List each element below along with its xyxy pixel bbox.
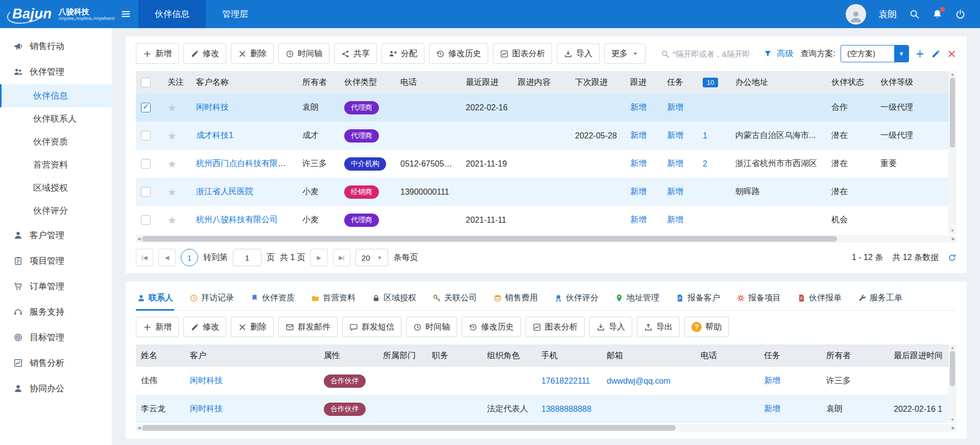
bell-icon[interactable] bbox=[932, 9, 943, 19]
sidebar-subitem-1-5[interactable]: 伙伴评分 bbox=[0, 199, 112, 222]
dt-toolbar-button-10[interactable]: ?帮助 bbox=[684, 317, 729, 337]
scroll-right-icon[interactable]: ▶ bbox=[952, 426, 955, 430]
contact-row-1[interactable]: 李云龙闲时科技合作伙伴法定代表人13888888888新增袁朗2022-02-1… bbox=[136, 395, 948, 423]
star-icon[interactable]: ★ bbox=[168, 102, 177, 113]
follow-add-link[interactable]: 新增 bbox=[630, 215, 647, 224]
task-add-link[interactable]: 新增 bbox=[667, 103, 683, 111]
follow-add-link[interactable]: 新增 bbox=[630, 103, 647, 111]
main-toolbar-button-6[interactable]: 修改历史 bbox=[429, 43, 488, 64]
main-toolbar-button-7[interactable]: 图表分析 bbox=[493, 43, 552, 64]
column-header-4[interactable]: 电话 bbox=[395, 71, 461, 93]
column-header-9[interactable]: 任务 bbox=[662, 71, 698, 93]
prev-page-button[interactable]: ◀ bbox=[158, 249, 176, 266]
sidebar-subitem-1-0[interactable]: 伙伴信息 bbox=[0, 84, 112, 107]
column-header-6[interactable]: 跟进内容 bbox=[513, 71, 570, 93]
star-icon[interactable]: ★ bbox=[168, 215, 177, 226]
main-toolbar-button-9[interactable]: 更多 bbox=[604, 43, 646, 64]
detail-tab-5[interactable]: 关联公司 bbox=[432, 289, 478, 311]
column-header-1[interactable]: 客户 bbox=[185, 344, 319, 367]
search-icon[interactable] bbox=[909, 9, 920, 19]
column-header-0[interactable]: 姓名 bbox=[136, 344, 185, 367]
dt-toolbar-button-2[interactable]: 删除 bbox=[231, 317, 274, 337]
column-header-8[interactable]: 跟进 bbox=[625, 71, 662, 93]
column-header-10[interactable]: 所有者 bbox=[821, 344, 889, 367]
partner-row-1[interactable]: ★成才科技1成才代理商2022-05-28新增新增1内蒙古自治区乌海市...潜在… bbox=[136, 122, 948, 150]
search-input[interactable] bbox=[673, 50, 760, 58]
column-header-8[interactable]: 电话 bbox=[696, 344, 759, 367]
column-header-11[interactable]: 最后跟进时间 bbox=[889, 344, 948, 367]
hamburger-menu-icon[interactable] bbox=[121, 9, 131, 19]
row-checkbox[interactable] bbox=[141, 187, 151, 197]
column-header-4[interactable]: 职务 bbox=[427, 344, 482, 367]
row-checkbox[interactable] bbox=[141, 215, 151, 225]
scroll-right-icon[interactable]: ▶ bbox=[952, 237, 955, 241]
customer-name-link[interactable]: 闲时科技 bbox=[196, 103, 229, 111]
vertical-scrollbar[interactable]: ▲ ▼ bbox=[948, 344, 957, 423]
task-add-link[interactable]: 新增 bbox=[667, 187, 683, 196]
row-checkbox[interactable] bbox=[141, 131, 151, 140]
scroll-up-icon[interactable]: ▲ bbox=[950, 345, 954, 350]
detail-tab-6[interactable]: 销售费用 bbox=[492, 289, 539, 311]
column-header-3[interactable]: 伙伴类型 bbox=[339, 71, 395, 93]
topnav-tab-0[interactable]: 伙伴信息 bbox=[138, 0, 206, 28]
follow-add-link[interactable]: 新增 bbox=[630, 159, 647, 168]
dt-toolbar-button-1[interactable]: 修改 bbox=[183, 317, 226, 337]
main-toolbar-button-2[interactable]: 删除 bbox=[231, 43, 274, 64]
main-toolbar-button-8[interactable]: 导入 bbox=[557, 43, 600, 64]
current-page-indicator[interactable]: 1 bbox=[181, 249, 198, 266]
task-add-link[interactable]: 新增 bbox=[667, 159, 683, 168]
first-page-button[interactable]: |◀ bbox=[136, 249, 153, 266]
column-header-6[interactable]: 手机 bbox=[536, 344, 602, 367]
row-checkbox[interactable] bbox=[141, 103, 151, 112]
sidebar-item-8[interactable]: 协同办公 bbox=[0, 376, 112, 401]
column-header-9[interactable]: 任务 bbox=[759, 344, 821, 367]
dt-toolbar-button-5[interactable]: 时间轴 bbox=[406, 317, 457, 337]
sidebar-subitem-1-2[interactable]: 伙伴资质 bbox=[0, 130, 112, 153]
star-icon[interactable]: ★ bbox=[168, 130, 177, 142]
customer-name-link[interactable]: 成才科技1 bbox=[196, 131, 233, 139]
edit-plan-icon[interactable] bbox=[931, 49, 941, 59]
column-header-5[interactable]: 最近跟进 bbox=[461, 71, 513, 93]
column-header-7[interactable]: 邮箱 bbox=[602, 344, 696, 367]
advanced-search-link[interactable]: 高级 bbox=[777, 49, 794, 59]
dt-toolbar-button-7[interactable]: 图表分析 bbox=[525, 317, 585, 337]
next-page-button[interactable]: ▶ bbox=[310, 249, 328, 266]
column-header-5[interactable]: 组织角色 bbox=[482, 344, 536, 367]
partner-row-2[interactable]: ★杭州西门点自科技有限公司许三多中介机构0512-675052222021-11… bbox=[136, 150, 948, 178]
column-header-10[interactable]: 10 bbox=[698, 71, 730, 93]
sidebar-item-0[interactable]: 销售行动 bbox=[0, 33, 112, 59]
dt-toolbar-button-3[interactable]: 群发邮件 bbox=[278, 317, 338, 337]
customer-name-link[interactable]: 浙江省人民医院 bbox=[196, 187, 253, 196]
sidebar-subitem-1-1[interactable]: 伙伴联系人 bbox=[0, 107, 112, 130]
column-header-2[interactable]: 所有者 bbox=[297, 71, 339, 93]
scroll-left-icon[interactable]: ◀ bbox=[137, 237, 140, 241]
sidebar-item-1[interactable]: 伙伴管理 bbox=[0, 59, 112, 84]
main-toolbar-button-1[interactable]: 修改 bbox=[183, 43, 226, 64]
column-header-3[interactable]: 所属部门 bbox=[378, 344, 427, 367]
scroll-left-icon[interactable]: ◀ bbox=[137, 426, 140, 430]
row-checkbox[interactable] bbox=[141, 159, 151, 169]
customer-name-link[interactable]: 杭州八骏科技有限公司 bbox=[196, 215, 278, 224]
mobile-link[interactable]: 13888888888 bbox=[541, 405, 591, 413]
main-toolbar-button-4[interactable]: 共享 bbox=[334, 43, 377, 64]
detail-tab-10[interactable]: 报备项目 bbox=[735, 289, 782, 311]
column-header-11[interactable]: 办公地址 bbox=[730, 71, 826, 93]
follow-add-link[interactable]: 新增 bbox=[630, 187, 647, 196]
sidebar-item-4[interactable]: 订单管理 bbox=[0, 273, 112, 299]
email-link[interactable]: dwwdwj@qq.com bbox=[607, 377, 671, 385]
scroll-down-icon[interactable]: ▼ bbox=[950, 417, 954, 422]
add-plan-icon[interactable] bbox=[915, 49, 925, 59]
main-toolbar-button-3[interactable]: 时间轴 bbox=[278, 43, 329, 64]
follow-add-link[interactable]: 新增 bbox=[630, 131, 647, 139]
sidebar-item-5[interactable]: 服务支持 bbox=[0, 299, 112, 324]
main-toolbar-button-0[interactable]: 新增 bbox=[136, 43, 179, 64]
column-header-1[interactable]: 客户名称 bbox=[191, 71, 297, 93]
sidebar-subitem-1-3[interactable]: 首营资料 bbox=[0, 153, 112, 176]
sidebar-item-6[interactable]: 目标管理 bbox=[0, 324, 112, 350]
dt-toolbar-button-6[interactable]: 修改历史 bbox=[462, 317, 521, 337]
dt-toolbar-button-9[interactable]: 导出 bbox=[637, 317, 680, 337]
partner-row-0[interactable]: ★闲时科技袁朗代理商2022-02-16新增新增合作一级代理 bbox=[136, 93, 948, 122]
power-icon[interactable] bbox=[955, 9, 966, 19]
mobile-link[interactable]: 17618222111 bbox=[541, 377, 590, 385]
delete-plan-icon[interactable] bbox=[947, 49, 957, 59]
